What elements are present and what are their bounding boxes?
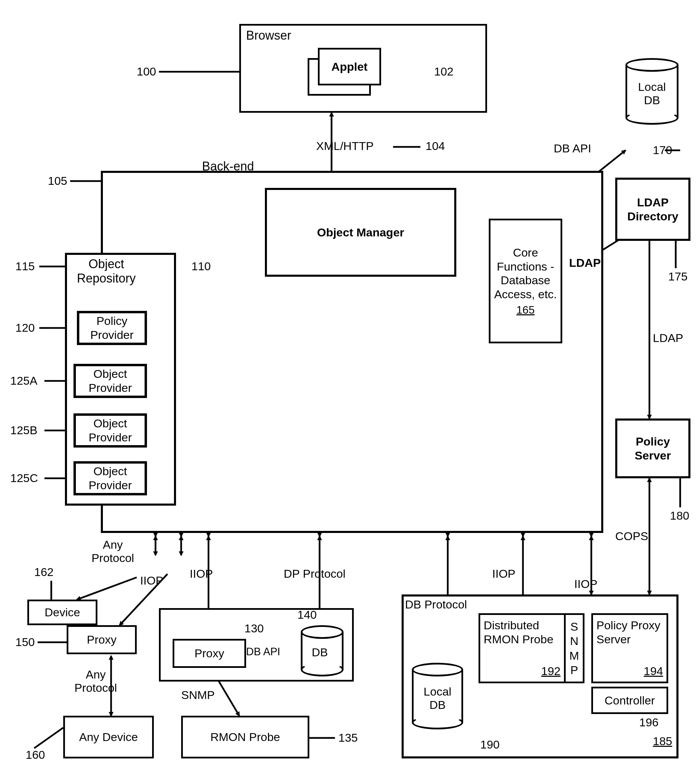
ref-105: 105 — [48, 174, 67, 188]
iiop-label-3: IIOP — [492, 567, 515, 581]
object-provider-c-box: Object Provider — [73, 461, 147, 495]
policy-provider-box: Policy Provider — [77, 311, 147, 345]
cops-label: COPS — [615, 529, 648, 543]
ref-185: 185 — [653, 734, 672, 748]
rmon-probe-label: RMON Probe — [183, 717, 308, 757]
object-repository-title: Object Repository — [72, 257, 140, 286]
xml-http-label: XML/HTTP — [316, 140, 373, 153]
policy-server-label: Policy Server — [617, 421, 688, 476]
object-provider-b-box: Object Provider — [73, 413, 147, 448]
any-device-label: Any Device — [65, 717, 152, 757]
ref-125A: 125A — [10, 374, 37, 388]
ref-175: 175 — [668, 270, 688, 283]
ref-196: 196 — [639, 716, 658, 729]
proxy-150-box: Proxy — [67, 625, 137, 654]
ref-150: 150 — [15, 636, 35, 649]
dp-protocol-label: DP Protocol — [284, 567, 345, 581]
db-api-label: DB API — [554, 142, 591, 155]
rmon-probe-box: RMON Probe — [181, 716, 309, 759]
device-box: Device — [27, 599, 97, 625]
iiop-label-1: IIOP — [140, 574, 163, 587]
db-label: DB — [312, 646, 328, 659]
proxy-130-label: Proxy — [174, 641, 244, 666]
ref-115: 115 — [15, 260, 35, 273]
ldap-label-2: LDAP — [653, 331, 683, 345]
ref-190: 190 — [480, 738, 500, 751]
pps-box: Policy Proxy Server 194 — [591, 613, 668, 683]
iiop-label-2: IIOP — [190, 567, 213, 581]
db-api-2-label: DB API — [246, 646, 280, 658]
proxy-150-label: Proxy — [68, 627, 135, 652]
backend-title: Back-end — [202, 159, 254, 173]
dist-rmon-box: Distributed RMON Probe 192 — [478, 613, 566, 683]
ref-140: 140 — [297, 608, 317, 621]
object-provider-b-label: Object Provider — [76, 416, 145, 445]
any-protocol-2-label: Any Protocol — [70, 668, 121, 695]
ref-120: 120 — [15, 321, 35, 334]
svg-line-27 — [77, 577, 137, 599]
ref-162: 162 — [34, 566, 54, 579]
ldap-dir-label: LDAP Directory — [617, 180, 688, 239]
ref-170: 170 — [653, 143, 672, 157]
ref-135: 135 — [338, 731, 358, 744]
dist-rmon-label: Distributed RMON Probe 192 — [480, 615, 564, 682]
object-manager-label: Object Manager — [267, 190, 454, 275]
object-provider-a-box: Object Provider — [73, 364, 147, 398]
ldap-dir-box: LDAP Directory — [615, 178, 690, 241]
browser-title: Browser — [246, 28, 291, 43]
device-label: Device — [29, 601, 96, 624]
ref-160: 160 — [26, 748, 45, 762]
core-functions-box: Core Functions - Database Access, etc. 1… — [489, 219, 562, 343]
db-cylinder: DB — [301, 625, 343, 676]
ref-125C: 125C — [10, 471, 38, 485]
policy-server-box: Policy Server — [615, 419, 690, 478]
local-db-2-label: Local DB — [420, 685, 455, 712]
proxy-130-box: Proxy — [173, 639, 246, 668]
ref-104: 104 — [425, 140, 445, 153]
object-provider-a-label: Object Provider — [76, 366, 145, 396]
any-device-box: Any Device — [63, 716, 154, 759]
snmp-vertical-box: S N M P — [564, 613, 585, 683]
controller-box: Controller — [591, 687, 668, 714]
local-db-cylinder: Local DB — [625, 58, 678, 125]
ref-100: 100 — [137, 65, 156, 78]
ref-180: 180 — [670, 509, 689, 522]
applet-label: Applet — [320, 50, 379, 84]
snmp-vertical-label: S N M P — [566, 615, 583, 682]
controller-label: Controller — [593, 689, 667, 712]
snmp-label: SNMP — [181, 689, 215, 702]
local-db-2-cylinder: Local DB — [412, 663, 463, 729]
iiop-label-4: IIOP — [574, 577, 597, 591]
applet-box: Applet — [318, 48, 381, 85]
object-manager-box: Object Manager — [265, 188, 456, 277]
db-protocol-label: DB Protocol — [405, 598, 467, 611]
pps-label: Policy Proxy Server 194 — [593, 615, 667, 682]
diagram-canvas: Browser Applet 100 102 XML/HTTP 104 Back… — [0, 0, 700, 782]
policy-provider-label: Policy Provider — [79, 313, 145, 343]
ref-102: 102 — [434, 65, 453, 78]
object-provider-c-label: Object Provider — [76, 464, 145, 493]
ref-125B: 125B — [10, 424, 37, 437]
svg-line-31 — [34, 728, 63, 748]
ref-130: 130 — [244, 622, 264, 635]
local-db-label: Local DB — [636, 80, 668, 107]
any-protocol-label: Any Protocol — [87, 538, 138, 565]
ldap-label-1: LDAP — [569, 256, 601, 270]
core-functions-label: Core Functions - Database Access, etc. 1… — [490, 220, 560, 342]
ref-110: 110 — [192, 260, 211, 273]
